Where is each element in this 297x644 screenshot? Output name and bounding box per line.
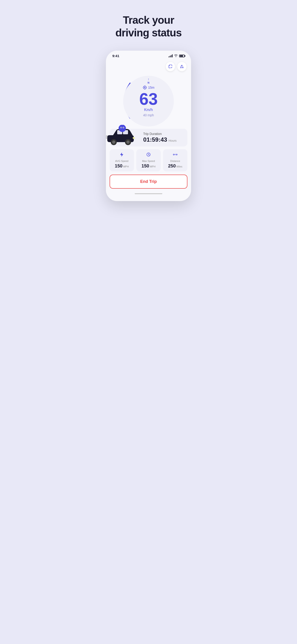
distance-icon <box>173 152 178 158</box>
speed-unit: Km/h <box>144 108 153 112</box>
route-button[interactable] <box>177 62 186 71</box>
speed-mph: 40 mph <box>143 113 154 117</box>
avg-speed-number: 150 <box>115 163 122 168</box>
svg-point-13 <box>118 125 126 132</box>
location-icon <box>142 85 147 90</box>
action-buttons <box>106 60 191 71</box>
location-indicator: 15m <box>142 85 154 90</box>
status-time: 9:41 <box>112 54 119 58</box>
signal-bars-icon <box>168 54 173 57</box>
svg-point-11 <box>126 140 130 144</box>
svg-point-12 <box>132 137 135 139</box>
svg-point-9 <box>112 140 115 144</box>
status-bar: 9:41 <box>106 51 191 60</box>
compass-direction: N <box>148 81 150 84</box>
stats-row: AVG Speed 150 MPH Max Speed 150 MPH <box>110 149 188 171</box>
speedometer-container: ↑ N 15m 63 Km/h 40 mph <box>106 76 191 126</box>
phone-frame: 9:41 <box>106 51 191 201</box>
svg-point-0 <box>182 65 182 66</box>
avg-speed-value-row: 150 MPH <box>115 163 129 168</box>
avg-speed-label: AVG Speed <box>115 160 128 162</box>
battery-icon <box>179 54 185 57</box>
location-distance: 15m <box>148 86 154 89</box>
max-speed-card: Max Speed 150 MPH <box>136 149 161 171</box>
distance-number: 250 <box>168 163 176 168</box>
distance-unit: Miles <box>176 165 182 168</box>
page-wrapper: Track your driving status 9:41 <box>74 0 223 322</box>
distance-label: Distance <box>170 160 180 162</box>
page-title: Track your driving status <box>115 14 182 39</box>
speed-value: 63 <box>139 91 158 107</box>
max-speed-label: Max Speed <box>142 160 155 162</box>
max-speed-unit: MPH <box>150 165 156 168</box>
car-illustration <box>106 125 137 146</box>
compass-indicator: ↑ N <box>148 78 150 84</box>
distance-card: Distance 250 Miles <box>163 149 188 171</box>
svg-point-1 <box>180 67 182 68</box>
speedometer-circle: ↑ N 15m 63 Km/h 40 mph <box>123 76 174 126</box>
end-trip-button[interactable]: End Trip <box>110 174 188 189</box>
trip-time-unit: Hours <box>168 139 176 142</box>
max-speed-value-row: 150 MPH <box>142 163 156 168</box>
max-speed-number: 150 <box>142 163 149 168</box>
svg-point-16 <box>121 127 122 128</box>
trip-time: 01:59:43 <box>143 136 167 143</box>
avg-speed-card: AVG Speed 150 MPH <box>110 149 134 171</box>
wifi-icon <box>174 54 178 58</box>
distance-value-row: 250 Miles <box>168 163 182 168</box>
status-icons <box>168 54 185 58</box>
svg-point-2 <box>182 67 183 68</box>
avg-speed-icon <box>119 152 124 158</box>
svg-point-4 <box>144 87 146 88</box>
compass-arrow-icon: ↑ <box>148 78 149 81</box>
trip-info-card: Trip Duration 01:59:43 Hours <box>110 129 188 146</box>
avg-speed-unit: MPH <box>123 165 129 168</box>
max-speed-icon <box>146 152 151 158</box>
svg-point-17 <box>123 127 124 128</box>
trip-duration-value: 01:59:43 Hours <box>143 136 184 143</box>
trip-duration-label: Trip Duration <box>143 132 184 136</box>
home-indicator <box>135 193 162 194</box>
edit-button[interactable] <box>166 62 175 71</box>
